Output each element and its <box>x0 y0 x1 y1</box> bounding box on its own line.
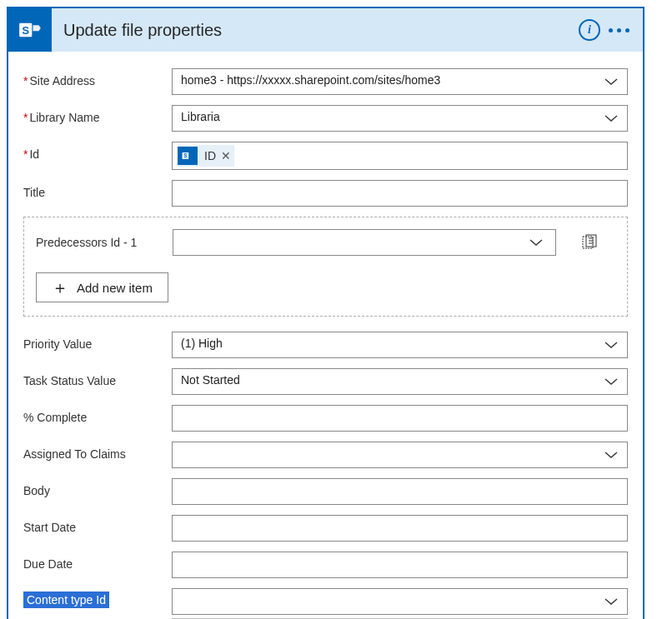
predecessors-select[interactable] <box>173 229 556 256</box>
title-label: Title <box>23 186 45 199</box>
body-label: Body <box>23 484 50 497</box>
percent-complete-input[interactable] <box>172 405 628 432</box>
library-name-label: Library Name <box>23 111 99 124</box>
assigned-to-select[interactable] <box>172 442 628 468</box>
due-date-input[interactable] <box>172 552 628 578</box>
predecessors-group: Predecessors Id - 1 ＋ Add new item <box>23 217 628 317</box>
task-status-value: Not Started <box>181 373 240 387</box>
content-type-select[interactable] <box>172 588 628 615</box>
add-new-item-button[interactable]: ＋ Add new item <box>36 272 168 302</box>
id-input[interactable]: S ID ✕ <box>172 142 628 170</box>
assigned-to-label: Assigned To Claims <box>23 447 126 461</box>
chevron-down-icon <box>604 597 619 606</box>
priority-label: Priority Value <box>23 337 92 351</box>
site-address-select[interactable]: home3 - https://xxxxx.sharepoint.com/sit… <box>172 68 628 95</box>
percent-complete-label: % Complete <box>23 411 87 424</box>
library-name-select[interactable]: Libraria <box>172 105 628 132</box>
chevron-down-icon <box>604 377 619 386</box>
library-name-value: Libraria <box>181 110 220 123</box>
priority-select[interactable]: (1) High <box>172 332 628 358</box>
due-date-label: Due Date <box>23 557 73 571</box>
chevron-down-icon <box>604 451 619 459</box>
task-status-label: Task Status Value <box>23 374 116 387</box>
info-icon[interactable]: i <box>579 19 600 41</box>
site-address-label: Site Address <box>23 74 95 87</box>
card-body: Site Address home3 - https://xxxxx.share… <box>8 52 643 619</box>
site-address-value: home3 - https://xxxxx.sharepoint.com/sit… <box>181 73 440 87</box>
id-token-label: ID <box>204 149 216 162</box>
dynamic-content-icon[interactable] <box>581 234 598 251</box>
add-new-item-label: Add new item <box>77 281 153 295</box>
chevron-down-icon <box>529 238 544 247</box>
sharepoint-token-icon: S <box>178 147 198 165</box>
chevron-down-icon <box>604 77 619 86</box>
predecessors-label: Predecessors Id - 1 <box>36 236 173 249</box>
body-input[interactable] <box>172 478 628 505</box>
start-date-label: Start Date <box>23 521 76 534</box>
more-icon[interactable] <box>609 28 629 32</box>
task-status-select[interactable]: Not Started <box>172 368 628 395</box>
priority-value: (1) High <box>181 337 223 350</box>
id-token: S ID ✕ <box>178 145 234 167</box>
card-title: Update file properties <box>52 21 579 40</box>
svg-text:S: S <box>183 152 188 158</box>
content-type-label: Content type Id <box>23 592 109 608</box>
start-date-input[interactable] <box>172 515 628 542</box>
card-header: S Update file properties i <box>8 8 643 52</box>
title-input[interactable] <box>172 180 628 207</box>
svg-text:S: S <box>22 24 29 37</box>
id-label: Id <box>23 147 39 161</box>
chevron-down-icon <box>604 341 619 349</box>
sharepoint-logo-icon: S <box>8 8 52 52</box>
token-remove-icon[interactable]: ✕ <box>221 149 231 162</box>
chevron-down-icon <box>604 114 619 122</box>
action-card: S Update file properties i Site Address … <box>7 7 644 619</box>
